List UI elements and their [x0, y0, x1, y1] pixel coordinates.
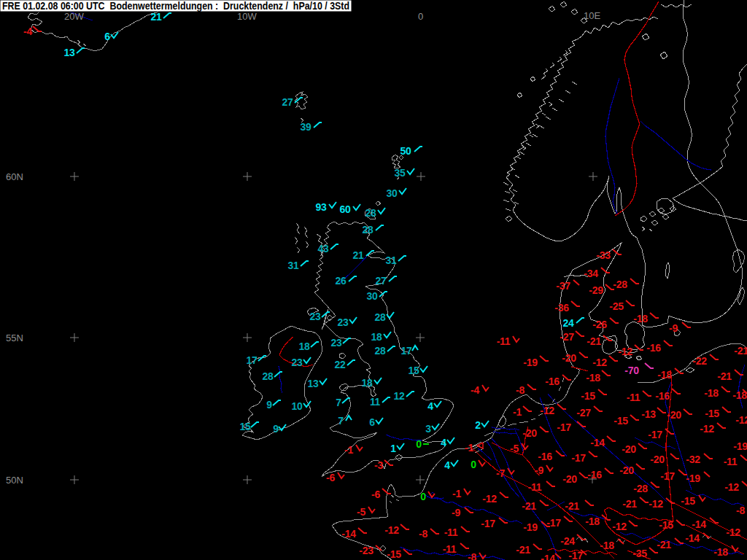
svg-text:-8: -8 — [516, 384, 525, 396]
svg-text:1: 1 — [390, 443, 396, 454]
svg-text:2: 2 — [475, 419, 481, 431]
svg-text:-11: -11 — [724, 456, 738, 467]
svg-text:30: 30 — [367, 290, 378, 302]
svg-text:-15: -15 — [705, 408, 719, 419]
svg-text:-6: -6 — [371, 489, 380, 500]
svg-text:28: 28 — [363, 224, 374, 236]
svg-text:9: 9 — [266, 399, 272, 411]
svg-text:-21: -21 — [516, 544, 530, 556]
svg-text:-12: -12 — [384, 524, 399, 536]
svg-text:-15: -15 — [614, 415, 628, 427]
svg-text:-19: -19 — [686, 472, 700, 484]
svg-text:-9: -9 — [452, 507, 460, 518]
svg-text:-12: -12 — [482, 493, 497, 505]
svg-text:-14: -14 — [541, 553, 555, 560]
svg-text:31: 31 — [386, 254, 397, 266]
svg-text:-1: -1 — [465, 442, 473, 454]
svg-text:-17: -17 — [571, 452, 586, 464]
svg-text:-17: -17 — [660, 470, 675, 482]
svg-text:-20: -20 — [619, 464, 634, 476]
svg-text:-18: -18 — [586, 372, 600, 384]
svg-text:27: 27 — [376, 275, 387, 287]
svg-text:13: 13 — [64, 47, 75, 58]
svg-text:-5: -5 — [510, 443, 519, 454]
svg-text:-16: -16 — [587, 469, 602, 481]
svg-text:-21: -21 — [565, 500, 579, 512]
svg-text:-23: -23 — [359, 545, 374, 556]
svg-text:28: 28 — [263, 370, 274, 382]
svg-text:-18: -18 — [713, 546, 728, 558]
svg-text:20W: 20W — [64, 11, 84, 22]
svg-text:-33: -33 — [596, 249, 611, 261]
svg-text:3: 3 — [425, 423, 431, 435]
svg-text:-8: -8 — [468, 551, 476, 560]
svg-text:-3: -3 — [374, 459, 383, 471]
svg-text:-12: -12 — [726, 526, 740, 538]
svg-text:-22: -22 — [692, 355, 707, 367]
svg-text:-18: -18 — [633, 313, 648, 324]
svg-text:-14: -14 — [590, 437, 605, 448]
svg-text:-19: -19 — [523, 357, 538, 368]
svg-text:-17: -17 — [568, 550, 583, 560]
svg-text:28: 28 — [375, 311, 386, 323]
svg-text:-8: -8 — [736, 505, 745, 516]
svg-text:-17: -17 — [557, 421, 571, 433]
svg-text:23: 23 — [331, 337, 342, 349]
svg-text:-21: -21 — [734, 345, 747, 357]
svg-text:-18: -18 — [704, 387, 719, 399]
svg-text:-11: -11 — [443, 543, 457, 555]
svg-text:0: 0 — [416, 438, 422, 450]
svg-text:55N: 55N — [6, 332, 23, 343]
svg-text:-20: -20 — [622, 443, 636, 455]
svg-text:18: 18 — [299, 341, 310, 352]
svg-text:0: 0 — [471, 459, 476, 470]
svg-text:23: 23 — [338, 316, 349, 328]
svg-text:-9: -9 — [535, 464, 543, 476]
svg-text:-15: -15 — [581, 390, 595, 402]
svg-text:-37: -37 — [556, 280, 570, 292]
svg-text:-21: -21 — [622, 498, 637, 510]
svg-text:-11: -11 — [528, 481, 542, 493]
svg-text:-27: -27 — [576, 407, 591, 419]
svg-text:23: 23 — [292, 357, 303, 368]
svg-text:-19: -19 — [733, 440, 747, 452]
svg-text:10: 10 — [292, 400, 303, 412]
svg-text:-11: -11 — [444, 526, 458, 538]
svg-text:-16: -16 — [538, 451, 552, 462]
svg-text:-28: -28 — [633, 483, 648, 494]
svg-text:-12: -12 — [612, 521, 627, 532]
svg-text:0: 0 — [420, 491, 426, 502]
svg-text:-36: -36 — [554, 302, 569, 314]
svg-text:-27: -27 — [560, 331, 574, 343]
svg-text:12: 12 — [394, 390, 405, 402]
svg-text:-20: -20 — [667, 409, 681, 421]
svg-text:21: 21 — [353, 249, 364, 261]
svg-text:-20: -20 — [562, 352, 576, 364]
svg-text:-9: -9 — [669, 322, 678, 334]
svg-text:-20: -20 — [650, 454, 665, 465]
svg-text:-21: -21 — [657, 539, 671, 551]
svg-text:-16: -16 — [655, 390, 670, 402]
svg-text:31: 31 — [288, 260, 299, 271]
svg-text:-18: -18 — [657, 369, 672, 381]
svg-text:-21: -21 — [587, 335, 601, 347]
svg-text:93: 93 — [316, 201, 327, 213]
svg-text:13: 13 — [308, 378, 319, 389]
svg-text:-1: -1 — [513, 406, 522, 418]
svg-text:43: 43 — [318, 243, 329, 254]
svg-text:-20: -20 — [522, 427, 537, 439]
svg-text:-14: -14 — [341, 528, 356, 540]
svg-text:-5: -5 — [357, 506, 365, 518]
svg-text:6: 6 — [104, 31, 110, 42]
svg-text:15: 15 — [240, 421, 251, 432]
svg-text:-18: -18 — [600, 540, 614, 551]
svg-text:-34: -34 — [584, 268, 598, 279]
svg-text:-7: -7 — [496, 467, 505, 479]
svg-text:4: 4 — [441, 437, 446, 448]
svg-text:-17: -17 — [481, 518, 495, 529]
svg-text:28: 28 — [365, 207, 376, 219]
svg-text:-12: -12 — [618, 346, 632, 357]
svg-text:-70: -70 — [624, 365, 639, 376]
svg-text:-25: -25 — [609, 300, 624, 312]
svg-text:-19: -19 — [523, 521, 538, 533]
